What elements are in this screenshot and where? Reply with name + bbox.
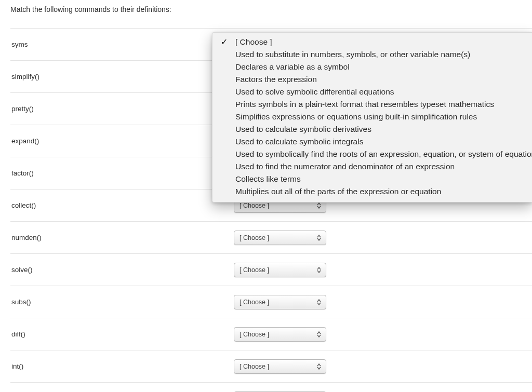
question-text: Match the following commands to their de… [10,5,532,13]
term-label: diff() [10,330,234,338]
dropdown-option-label: Declares a variable as a symbol [235,62,350,71]
dropdown-option[interactable]: ✓ [ Choose ] [212,36,532,48]
term-label: factor() [10,169,234,177]
choose-select-label: [ Choose ] [240,202,316,209]
dropdown-option[interactable]: Used to find the numerator and denominat… [212,160,532,173]
match-row: diff() [ Choose ] [10,318,532,350]
dropdown-option[interactable]: Used to substitute in numbers, symbols, … [212,48,532,61]
dropdown-option-label: Multiplies out all of the parts of the e… [235,187,441,196]
dropdown-option-label: Used to calculate symbolic integrals [235,137,363,146]
dropdown-option[interactable]: Simplifies expressions or equations usin… [212,111,532,123]
choose-select[interactable]: [ Choose ] [234,295,326,309]
term-label: int() [10,362,234,370]
dropdown-option-label: Collects like terms [235,174,301,183]
updown-icon [316,362,322,371]
match-row: subs() [ Choose ] [10,286,532,318]
updown-icon [316,298,322,307]
dropdown-option[interactable]: Factors the expression [212,73,532,86]
term-label: numden() [10,234,234,241]
match-row: dsolve() [ Choose ] [10,383,532,392]
dropdown-option-label: Factors the expression [235,75,317,84]
match-row: int() [ Choose ] [10,350,532,383]
choose-select[interactable]: [ Choose ] [234,327,326,342]
term-label: simplify() [10,73,234,80]
choose-select[interactable]: [ Choose ] [234,263,326,277]
dropdown-option[interactable]: Used to calculate symbolic derivatives [212,123,532,136]
choose-select[interactable]: [ Choose ] [234,359,326,374]
choose-select-label: [ Choose ] [240,234,316,241]
dropdown-option-label: Used to calculate symbolic derivatives [235,125,371,133]
choose-select[interactable]: [ Choose ] [234,231,326,245]
updown-icon [316,330,322,339]
term-label: pretty() [10,105,234,113]
dropdown-option-label: Used to solve symbolic differential equa… [235,87,394,96]
term-label: solve() [10,266,234,274]
dropdown-option[interactable]: Used to calculate symbolic integrals [212,136,532,148]
dropdown-option-label: [ Choose ] [235,37,272,46]
updown-icon [316,233,322,242]
choose-select-label: [ Choose ] [240,299,316,306]
match-row: solve() [ Choose ] [10,254,532,286]
term-label: syms [10,40,234,48]
updown-icon [316,265,322,275]
dropdown-option-label: Used to substitute in numbers, symbols, … [235,50,470,59]
dropdown-option-label: Simplifies expressions or equations usin… [235,112,477,121]
choose-select-label: [ Choose ] [240,331,316,338]
term-label: collect() [10,201,234,209]
choose-select-label: [ Choose ] [240,363,316,370]
dropdown-option-label: Prints symbols in a plain-text format th… [235,100,494,109]
dropdown-option[interactable]: Declares a variable as a symbol [212,61,532,73]
dropdown-option-label: Used to find the numerator and denominat… [235,162,455,171]
dropdown-option[interactable]: Multiplies out all of the parts of the e… [212,185,532,198]
dropdown-option[interactable]: Collects like terms [212,173,532,185]
check-icon: ✓ [221,37,228,47]
dropdown-option[interactable]: Used to symbolically find the roots of a… [212,148,532,160]
term-label: expand() [10,137,234,145]
dropdown-option[interactable]: Prints symbols in a plain-text format th… [212,98,532,111]
choose-dropdown[interactable]: ✓ [ Choose ] Used to substitute in numbe… [212,32,532,202]
dropdown-option-label: Used to symbolically find the roots of a… [235,150,532,158]
dropdown-option[interactable]: Used to solve symbolic differential equa… [212,86,532,98]
term-label: subs() [10,298,234,306]
match-row: numden() [ Choose ] [10,222,532,254]
choose-select-label: [ Choose ] [240,266,316,274]
